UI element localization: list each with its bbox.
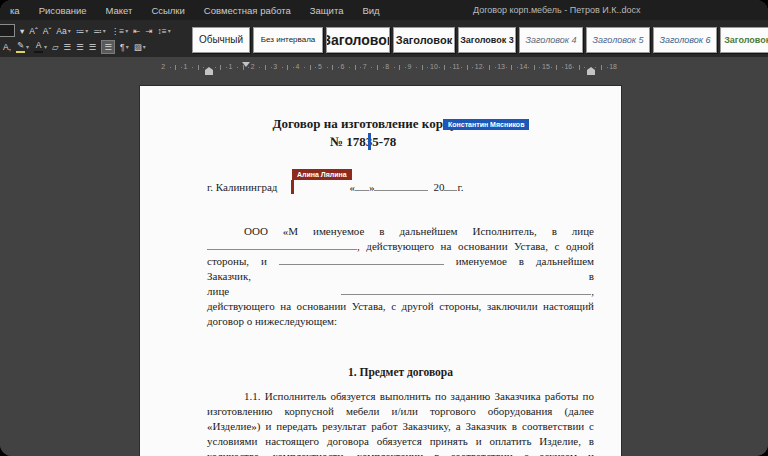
section-heading: 1. Предмет договора bbox=[207, 366, 594, 378]
bullet-list-icon[interactable]: ≔▾ bbox=[76, 26, 89, 36]
change-case-icon[interactable]: Aa▾ bbox=[56, 26, 70, 36]
preamble-paragraph: ООО «М именуемое в дальнейшем Исполнител… bbox=[207, 224, 594, 329]
toolbar-row-1: ▾AˆAˇAa▾≔▾≕▾⋮≡▾⇤⇥↕≡▾ bbox=[0, 24, 192, 38]
menu-bar: каРисованиеМакетСсылкиСовместная работаЗ… bbox=[0, 5, 380, 16]
align-left-icon[interactable]: ☰ bbox=[64, 42, 72, 52]
collaborator-badge: Константин Мясников bbox=[443, 119, 529, 130]
multilevel-list-icon[interactable]: ⋮≡▾ bbox=[111, 26, 128, 36]
toolbar: ▾AˆAˇAa▾≔▾≕▾⋮≡▾⇤⇥↕≡▾ A,✎▾A▾▱☰☰☰☰¶▾▨▾ Обы… bbox=[0, 20, 768, 57]
blank-line bbox=[207, 240, 357, 250]
style-option-6[interactable]: Заголовок 4 bbox=[519, 27, 583, 53]
style-option-3[interactable]: Заголовок bbox=[326, 27, 390, 53]
style-option-1[interactable]: Обычный bbox=[192, 27, 250, 53]
document-title: Договор корп.мебель - Петров И.К..docx bbox=[473, 0, 641, 20]
place-date-line: г. Калининград«»20г. bbox=[207, 181, 594, 193]
text-line: лице , bbox=[207, 284, 594, 299]
left-indent-marker[interactable] bbox=[205, 67, 213, 75]
highlight-color-icon[interactable]: ✎▾ bbox=[16, 40, 29, 53]
contract-title-line1: Договор на изготовление корпусной мебели bbox=[207, 116, 594, 132]
ruler: 211234567891011121314151618 bbox=[0, 59, 768, 75]
blank-line bbox=[341, 285, 591, 295]
contract-title-line2: № 17835-78 bbox=[330, 134, 396, 150]
text-line: действующего на основании Устава, с друг… bbox=[207, 299, 594, 314]
right-indent-marker[interactable] bbox=[587, 67, 595, 75]
text-line: 1.1. Исполнитель обязуется выполнить по … bbox=[207, 389, 594, 404]
workspace: 211234567891011121314151618 Договор на и… bbox=[0, 57, 768, 456]
text-line: , действующего на основании Устава, с од… bbox=[207, 239, 594, 254]
text-line: договор о нижеследующем: bbox=[207, 314, 594, 329]
text-line: стороны, и именуемое в дальнейшем Заказч… bbox=[207, 254, 594, 284]
numbered-list-icon[interactable]: ≕▾ bbox=[93, 26, 106, 36]
line-spacing-icon[interactable]: ↕≡▾ bbox=[157, 26, 170, 36]
app-window: каРисованиеМакетСсылкиСовместная работаЗ… bbox=[0, 0, 768, 456]
font-size-select[interactable] bbox=[3, 24, 15, 37]
paragraph-mark-icon[interactable]: ¶▾ bbox=[120, 42, 129, 52]
collaborator-badge: Алина Лялина bbox=[292, 169, 352, 180]
eraser-icon[interactable]: ▱ bbox=[52, 42, 59, 52]
align-center-icon[interactable]: ☰ bbox=[76, 42, 84, 52]
font-color-icon[interactable]: A▾ bbox=[34, 40, 47, 53]
style-option-9[interactable]: Заголовок 7 bbox=[720, 27, 768, 53]
blank-line bbox=[374, 181, 428, 191]
blank-line bbox=[279, 255, 444, 265]
toolbar-row-2: A,✎▾A▾▱☰☰☰☰¶▾▨▾ bbox=[0, 40, 192, 54]
menu-item[interactable]: Вид bbox=[362, 5, 379, 16]
clause-1-1-paragraph: 1.1. Исполнитель обязуется выполнить по … bbox=[207, 389, 594, 456]
align-right-icon[interactable]: ☰ bbox=[89, 42, 97, 52]
style-gallery: ОбычныйБез интервалаЗаголовокЗаголовокЗа… bbox=[192, 20, 768, 57]
blank-line bbox=[355, 181, 369, 191]
blank-line bbox=[444, 181, 457, 191]
menu-item[interactable]: Рисование bbox=[39, 5, 87, 16]
text-line: условиями настоящего договора обязуется … bbox=[207, 434, 594, 449]
collaborator-caret bbox=[291, 180, 294, 194]
style-option-4[interactable]: Заголовок bbox=[393, 27, 455, 53]
title-bar: каРисованиеМакетСсылкиСовместная работаЗ… bbox=[0, 0, 768, 20]
increase-indent-icon[interactable]: ⇥ bbox=[145, 26, 152, 36]
style-option-5[interactable]: Заголовок 3 bbox=[458, 27, 516, 53]
shrink-font-icon[interactable]: Aˇ bbox=[43, 26, 52, 36]
document-page[interactable]: Договор на изготовление корпусной мебели… bbox=[140, 86, 621, 456]
menu-item[interactable]: Ссылки bbox=[151, 5, 184, 16]
text-line: «Изделие») и передать результат работ За… bbox=[207, 419, 594, 434]
text-line: количестве, комплектности, комплектации … bbox=[207, 449, 594, 456]
grow-font-icon[interactable]: Aˆ bbox=[29, 26, 38, 36]
shading-icon[interactable]: ▨▾ bbox=[134, 42, 146, 52]
decrease-indent-icon[interactable]: ⇤ bbox=[133, 26, 140, 36]
align-justify-icon[interactable]: ☰ bbox=[101, 40, 115, 54]
text-line: ООО «М именуемое в дальнейшем Исполнител… bbox=[207, 224, 594, 239]
menu-item[interactable]: Макет bbox=[106, 5, 133, 16]
menu-item[interactable]: ка bbox=[10, 5, 20, 16]
menu-item[interactable]: Защита bbox=[310, 5, 344, 16]
collaborator-caret bbox=[368, 133, 371, 150]
font-size-dropdown-icon[interactable]: ▾ bbox=[20, 26, 24, 36]
style-option-2[interactable]: Без интервала bbox=[253, 27, 323, 53]
style-option-7[interactable]: Заголовок 5 bbox=[586, 27, 650, 53]
format-icons: ▾AˆAˇAa▾≔▾≕▾⋮≡▾⇤⇥↕≡▾ A,✎▾A▾▱☰☰☰☰¶▾▨▾ bbox=[0, 24, 192, 54]
style-option-8[interactable]: Заголовок 6 bbox=[653, 27, 717, 53]
clear-formatting-icon[interactable]: A, bbox=[3, 42, 11, 52]
menu-item[interactable]: Совместная работа bbox=[204, 5, 291, 16]
text-line: изготовлению корпусной мебели и/или торг… bbox=[207, 404, 594, 419]
